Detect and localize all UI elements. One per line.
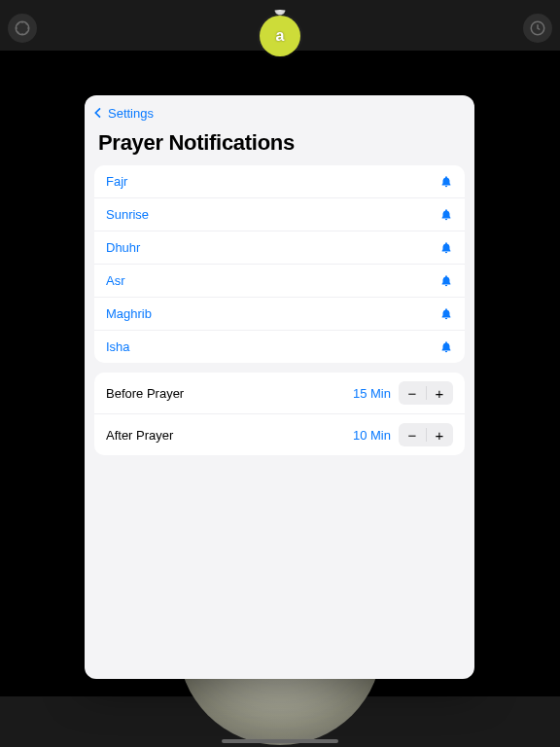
bell-icon: [439, 175, 453, 189]
prayer-name: Fajr: [106, 174, 127, 189]
app-badge: a: [260, 16, 300, 56]
prayer-name: Maghrib: [106, 306, 152, 321]
nav-bar: Settings: [85, 95, 474, 130]
prayer-row[interactable]: Isha: [94, 330, 465, 363]
before-prayer-row: Before Prayer 15 Min − +: [94, 373, 465, 413]
bell-icon: [439, 340, 453, 354]
app-badge-glyph: a: [276, 27, 285, 45]
offset-list: Before Prayer 15 Min − + After Prayer 10…: [94, 373, 465, 455]
date-button[interactable]: [8, 14, 37, 43]
back-label: Settings: [108, 106, 154, 121]
after-prayer-row: After Prayer 10 Min − +: [94, 413, 465, 455]
prayer-row[interactable]: Dhuhr: [94, 231, 465, 264]
before-plus-button[interactable]: +: [426, 381, 453, 405]
prayer-name: Asr: [106, 273, 125, 288]
after-prayer-value: 10 Min: [353, 428, 391, 443]
before-prayer-label: Before Prayer: [106, 386, 184, 401]
before-prayer-stepper: − +: [399, 381, 453, 405]
clock-button[interactable]: [523, 14, 552, 43]
bell-icon: [439, 307, 453, 321]
prayer-name: Dhuhr: [106, 240, 140, 255]
after-plus-button[interactable]: +: [426, 423, 453, 446]
bell-icon: [439, 241, 453, 255]
chevron-left-icon: [90, 105, 106, 121]
prayer-row[interactable]: Maghrib: [94, 297, 465, 330]
page-title: Prayer Notifications: [85, 130, 474, 165]
after-prayer-stepper: − +: [399, 423, 453, 446]
bell-icon: [439, 274, 453, 288]
before-minus-button[interactable]: −: [399, 381, 426, 405]
prayer-row[interactable]: Sunrise: [94, 197, 465, 231]
after-minus-button[interactable]: −: [399, 423, 426, 446]
modal-sheet: Settings Prayer Notifications FajrSunris…: [85, 95, 474, 679]
home-indicator: [222, 739, 338, 743]
prayer-row[interactable]: Fajr: [94, 165, 465, 197]
bell-icon: [439, 208, 453, 222]
after-prayer-label: After Prayer: [106, 428, 173, 443]
prayer-name: Sunrise: [106, 207, 149, 222]
prayer-name: Isha: [106, 339, 130, 354]
prayer-row[interactable]: Asr: [94, 264, 465, 297]
back-button[interactable]: Settings: [90, 105, 154, 121]
before-prayer-value: 15 Min: [353, 386, 391, 401]
prayer-list: FajrSunriseDhuhrAsrMaghribIsha: [94, 165, 465, 363]
